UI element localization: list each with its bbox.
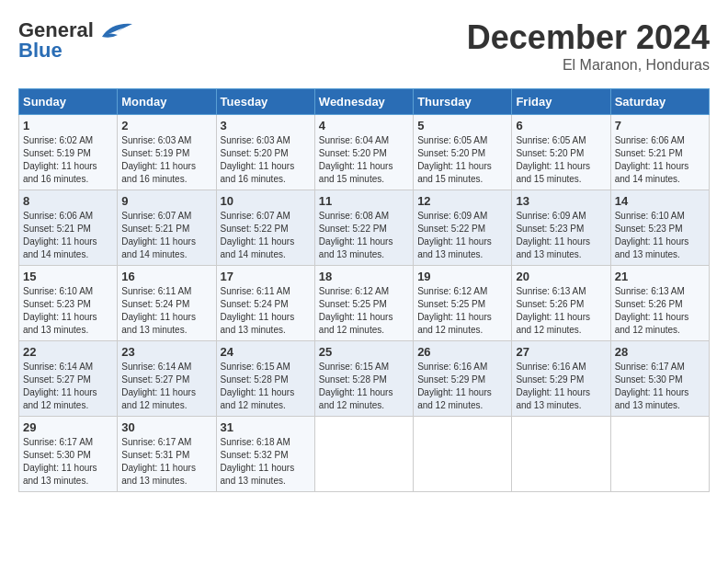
- day-info: Sunrise: 6:16 AM Sunset: 5:29 PM Dayligh…: [417, 361, 507, 412]
- day-number: 28: [615, 345, 705, 359]
- day-info: Sunrise: 6:05 AM Sunset: 5:20 PM Dayligh…: [417, 134, 507, 186]
- day-cell: 24 Sunrise: 6:15 AM Sunset: 5:28 PM Dayl…: [216, 341, 314, 417]
- day-number: 12: [417, 194, 507, 208]
- day-info: Sunrise: 6:10 AM Sunset: 5:23 PM Dayligh…: [615, 210, 705, 261]
- day-cell: 13 Sunrise: 6:09 AM Sunset: 5:23 PM Dayl…: [512, 190, 610, 266]
- day-number: 27: [516, 345, 606, 359]
- day-info: Sunrise: 6:07 AM Sunset: 5:22 PM Dayligh…: [221, 210, 311, 261]
- day-cell: 6 Sunrise: 6:05 AM Sunset: 5:20 PM Dayli…: [512, 115, 610, 190]
- logo-blue-text: Blue: [18, 39, 63, 63]
- day-info: Sunrise: 6:10 AM Sunset: 5:23 PM Dayligh…: [23, 285, 113, 337]
- day-cell: 11 Sunrise: 6:08 AM Sunset: 5:22 PM Dayl…: [314, 190, 413, 266]
- day-cell: 9 Sunrise: 6:07 AM Sunset: 5:21 PM Dayli…: [118, 190, 216, 266]
- day-number: 16: [121, 270, 211, 283]
- day-info: Sunrise: 6:15 AM Sunset: 5:28 PM Dayligh…: [221, 361, 311, 412]
- day-number: 23: [121, 345, 211, 359]
- day-number: 11: [319, 194, 409, 208]
- day-info: Sunrise: 6:08 AM Sunset: 5:22 PM Dayligh…: [319, 210, 409, 261]
- day-cell: 31 Sunrise: 6:18 AM Sunset: 5:32 PM Dayl…: [216, 417, 314, 492]
- day-number: 1: [23, 119, 113, 132]
- day-number: 8: [23, 194, 113, 208]
- day-info: Sunrise: 6:14 AM Sunset: 5:27 PM Dayligh…: [23, 361, 113, 412]
- day-cell: 8 Sunrise: 6:06 AM Sunset: 5:21 PM Dayli…: [19, 190, 118, 266]
- day-info: Sunrise: 6:18 AM Sunset: 5:32 PM Dayligh…: [221, 436, 311, 488]
- day-info: Sunrise: 6:02 AM Sunset: 5:19 PM Dayligh…: [23, 134, 113, 186]
- day-number: 9: [121, 194, 211, 208]
- day-info: Sunrise: 6:13 AM Sunset: 5:26 PM Dayligh…: [516, 285, 606, 337]
- day-cell: 27 Sunrise: 6:16 AM Sunset: 5:29 PM Dayl…: [512, 341, 610, 417]
- logo-bird-icon: [97, 20, 132, 40]
- header-row: SundayMondayTuesdayWednesdayThursdayFrid…: [19, 89, 710, 115]
- week-row-3: 15 Sunrise: 6:10 AM Sunset: 5:23 PM Dayl…: [19, 266, 710, 341]
- day-number: 20: [516, 270, 606, 283]
- day-info: Sunrise: 6:09 AM Sunset: 5:23 PM Dayligh…: [516, 210, 606, 261]
- day-info: Sunrise: 6:06 AM Sunset: 5:21 PM Dayligh…: [23, 210, 113, 261]
- day-cell: 14 Sunrise: 6:10 AM Sunset: 5:23 PM Dayl…: [610, 190, 709, 266]
- day-cell: 17 Sunrise: 6:11 AM Sunset: 5:24 PM Dayl…: [216, 266, 314, 341]
- day-info: Sunrise: 6:09 AM Sunset: 5:22 PM Dayligh…: [417, 210, 507, 261]
- day-cell: 22 Sunrise: 6:14 AM Sunset: 5:27 PM Dayl…: [19, 341, 118, 417]
- day-number: 29: [23, 420, 113, 434]
- day-cell: 1 Sunrise: 6:02 AM Sunset: 5:19 PM Dayli…: [19, 115, 118, 190]
- day-cell: 3 Sunrise: 6:03 AM Sunset: 5:20 PM Dayli…: [216, 115, 314, 190]
- day-info: Sunrise: 6:03 AM Sunset: 5:20 PM Dayligh…: [221, 134, 311, 186]
- day-info: Sunrise: 6:12 AM Sunset: 5:25 PM Dayligh…: [319, 285, 409, 337]
- day-number: 15: [23, 270, 113, 283]
- day-info: Sunrise: 6:06 AM Sunset: 5:21 PM Dayligh…: [615, 134, 705, 186]
- col-header-saturday: Saturday: [610, 89, 709, 115]
- day-info: Sunrise: 6:11 AM Sunset: 5:24 PM Dayligh…: [121, 285, 211, 337]
- day-cell: [512, 417, 610, 492]
- day-number: 24: [221, 345, 311, 359]
- day-cell: 18 Sunrise: 6:12 AM Sunset: 5:25 PM Dayl…: [314, 266, 413, 341]
- day-number: 4: [319, 119, 409, 132]
- day-info: Sunrise: 6:05 AM Sunset: 5:20 PM Dayligh…: [516, 134, 606, 186]
- col-header-wednesday: Wednesday: [314, 89, 413, 115]
- day-number: 3: [221, 119, 311, 132]
- week-row-1: 1 Sunrise: 6:02 AM Sunset: 5:19 PM Dayli…: [19, 115, 710, 190]
- day-number: 22: [23, 345, 113, 359]
- day-number: 13: [516, 194, 606, 208]
- day-number: 26: [417, 345, 507, 359]
- day-cell: 19 Sunrise: 6:12 AM Sunset: 5:25 PM Dayl…: [414, 266, 512, 341]
- day-number: 7: [615, 119, 705, 132]
- day-info: Sunrise: 6:11 AM Sunset: 5:24 PM Dayligh…: [221, 285, 311, 337]
- day-info: Sunrise: 6:17 AM Sunset: 5:31 PM Dayligh…: [121, 436, 211, 488]
- col-header-friday: Friday: [512, 89, 610, 115]
- day-cell: 12 Sunrise: 6:09 AM Sunset: 5:22 PM Dayl…: [414, 190, 512, 266]
- day-number: 6: [516, 119, 606, 132]
- day-cell: 7 Sunrise: 6:06 AM Sunset: 5:21 PM Dayli…: [610, 115, 709, 190]
- day-info: Sunrise: 6:14 AM Sunset: 5:27 PM Dayligh…: [121, 361, 211, 412]
- day-cell: [314, 417, 413, 492]
- col-header-tuesday: Tuesday: [216, 89, 314, 115]
- day-cell: 26 Sunrise: 6:16 AM Sunset: 5:29 PM Dayl…: [414, 341, 512, 417]
- day-cell: 28 Sunrise: 6:17 AM Sunset: 5:30 PM Dayl…: [610, 341, 709, 417]
- day-cell: 25 Sunrise: 6:15 AM Sunset: 5:28 PM Dayl…: [314, 341, 413, 417]
- day-info: Sunrise: 6:17 AM Sunset: 5:30 PM Dayligh…: [23, 436, 113, 488]
- day-cell: 29 Sunrise: 6:17 AM Sunset: 5:30 PM Dayl…: [19, 417, 118, 492]
- day-cell: [610, 417, 709, 492]
- location: El Maranon, Honduras: [467, 57, 710, 74]
- day-info: Sunrise: 6:12 AM Sunset: 5:25 PM Dayligh…: [417, 285, 507, 337]
- col-header-sunday: Sunday: [19, 89, 118, 115]
- logo: General Blue: [18, 18, 132, 63]
- day-cell: 16 Sunrise: 6:11 AM Sunset: 5:24 PM Dayl…: [118, 266, 216, 341]
- day-number: 18: [319, 270, 409, 283]
- day-number: 14: [615, 194, 705, 208]
- day-info: Sunrise: 6:03 AM Sunset: 5:19 PM Dayligh…: [121, 134, 211, 186]
- day-number: 30: [121, 420, 211, 434]
- col-header-thursday: Thursday: [414, 89, 512, 115]
- day-cell: 2 Sunrise: 6:03 AM Sunset: 5:19 PM Dayli…: [118, 115, 216, 190]
- title-block: December 2024 El Maranon, Honduras: [467, 18, 710, 74]
- week-row-2: 8 Sunrise: 6:06 AM Sunset: 5:21 PM Dayli…: [19, 190, 710, 266]
- month-title: December 2024: [467, 18, 710, 57]
- calendar-table: SundayMondayTuesdayWednesdayThursdayFrid…: [18, 88, 710, 492]
- day-number: 21: [615, 270, 705, 283]
- day-cell: 23 Sunrise: 6:14 AM Sunset: 5:27 PM Dayl…: [118, 341, 216, 417]
- day-cell: 10 Sunrise: 6:07 AM Sunset: 5:22 PM Dayl…: [216, 190, 314, 266]
- day-info: Sunrise: 6:15 AM Sunset: 5:28 PM Dayligh…: [319, 361, 409, 412]
- day-cell: [414, 417, 512, 492]
- day-info: Sunrise: 6:17 AM Sunset: 5:30 PM Dayligh…: [615, 361, 705, 412]
- day-cell: 5 Sunrise: 6:05 AM Sunset: 5:20 PM Dayli…: [414, 115, 512, 190]
- day-number: 17: [221, 270, 311, 283]
- day-number: 10: [221, 194, 311, 208]
